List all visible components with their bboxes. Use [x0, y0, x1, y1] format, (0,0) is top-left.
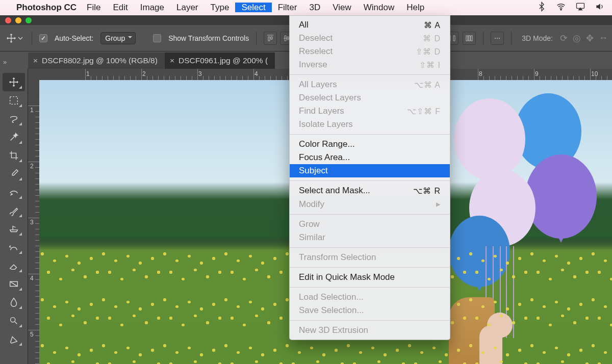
- document-tab-label: DSCF0961.jpg @ 200% (: [178, 56, 268, 65]
- menu-image[interactable]: Image: [134, 3, 170, 12]
- menu-item-label: Find Layers: [299, 106, 344, 116]
- menu-item-label: Focus Area...: [299, 152, 350, 163]
- magic-wand-tool[interactable]: [3, 128, 25, 146]
- document-tab[interactable]: ×DSCF8802.jpg @ 100% (RGB/8): [28, 53, 165, 69]
- 3d-orbit-icon[interactable]: ⟳: [560, 33, 568, 44]
- menu-item-label: Color Range...: [299, 139, 355, 149]
- volume-icon[interactable]: [595, 2, 605, 14]
- eyedropper-tool[interactable]: [3, 165, 25, 183]
- menu-item-modify: Modify: [290, 197, 450, 211]
- ruler-v-label: 1: [30, 107, 34, 114]
- traffic-lights: [5, 17, 32, 23]
- menu-item-shortcut: ⇧⌘ I: [419, 60, 441, 70]
- 3d-roll-icon[interactable]: ◎: [573, 33, 581, 44]
- menu-item-color-range[interactable]: Color Range...: [290, 138, 450, 151]
- menu-layer[interactable]: Layer: [170, 3, 205, 12]
- crop-tool[interactable]: [3, 146, 25, 165]
- auto-select-checkbox[interactable]: [39, 34, 47, 42]
- menu-item-find-layers: Find Layers⌥⇧⌘ F: [290, 105, 450, 118]
- menu-item-label: All Layers: [299, 80, 337, 90]
- ruler-vertical[interactable]: 12345: [28, 80, 39, 364]
- marquee-tool[interactable]: [3, 91, 25, 110]
- close-tab-icon[interactable]: ×: [33, 56, 38, 65]
- svg-rect-3: [453, 36, 455, 41]
- svg-point-12: [11, 318, 15, 322]
- airplay-icon[interactable]: [575, 2, 585, 14]
- menu-separator: [290, 287, 450, 288]
- menu-view[interactable]: View: [326, 3, 358, 12]
- blur-tool[interactable]: [3, 293, 25, 311]
- distribute-2-button[interactable]: [463, 32, 476, 45]
- menu-item-edit-in-quick-mask-mode[interactable]: Edit in Quick Mask Mode: [290, 271, 450, 284]
- ruler-v-label: 3: [30, 219, 34, 226]
- macos-menubar: Photoshop CC FileEditImageLayerTypeSelec…: [0, 0, 612, 15]
- lasso-tool[interactable]: [3, 110, 25, 128]
- menu-item-deselect-layers: Deselect Layers: [290, 91, 450, 105]
- menu-item-select-and-mask[interactable]: Select and Mask...⌥⌘ R: [290, 184, 450, 197]
- ruler-v-label: 4: [30, 275, 34, 282]
- menu-item-inverse: Inverse⇧⌘ I: [290, 58, 450, 71]
- menu-help[interactable]: Help: [400, 3, 430, 12]
- move-tool[interactable]: [3, 73, 25, 91]
- gradient-tool[interactable]: [3, 275, 25, 293]
- menu-item-label: Transform Selection: [299, 252, 376, 263]
- pen-tool[interactable]: [3, 330, 25, 348]
- menu-item-label: Edit in Quick Mask Mode: [299, 272, 395, 282]
- ruler-h-label: 1: [86, 70, 90, 77]
- dodge-tool[interactable]: [3, 311, 25, 330]
- menu-item-shortcut: ⇧⌘ D: [416, 47, 441, 57]
- brush-tool[interactable]: [3, 201, 25, 220]
- history-brush-tool[interactable]: [3, 238, 25, 256]
- ruler-h-label: 10: [591, 70, 598, 77]
- ruler-h-label: 2: [142, 70, 146, 77]
- eraser-tool[interactable]: [3, 256, 25, 275]
- auto-select-dropdown[interactable]: Group: [100, 32, 136, 44]
- more-align-button[interactable]: [491, 32, 504, 45]
- window-zoom-button[interactable]: [26, 17, 32, 23]
- svg-rect-5: [469, 36, 470, 41]
- 3d-slide-icon[interactable]: ↔: [599, 33, 608, 44]
- align-top-button[interactable]: [264, 32, 277, 45]
- menu-select[interactable]: Select: [235, 3, 271, 12]
- menu-item-shortcut: ⌘ D: [423, 34, 441, 43]
- svg-point-8: [497, 38, 498, 39]
- menu-separator: [290, 247, 450, 248]
- menu-3d[interactable]: 3D: [303, 3, 326, 12]
- menu-file[interactable]: File: [81, 3, 107, 12]
- clone-stamp-tool[interactable]: [3, 220, 25, 238]
- ruler-v-label: 2: [30, 163, 34, 170]
- window-close-button[interactable]: [5, 17, 11, 23]
- window-minimize-button[interactable]: [15, 17, 21, 23]
- menu-item-label: Reselect: [299, 46, 333, 57]
- menu-item-label: Grow: [299, 219, 320, 229]
- menu-item-all[interactable]: All⌘ A: [290, 18, 450, 32]
- menu-separator: [290, 180, 450, 181]
- menu-item-label: Modify: [299, 199, 324, 210]
- menu-item-subject[interactable]: Subject: [290, 164, 450, 177]
- close-tab-icon[interactable]: ×: [170, 56, 174, 65]
- tool-preset-picker[interactable]: [4, 33, 24, 44]
- 3d-pan-icon[interactable]: ✥: [586, 33, 594, 44]
- canvas-balloons: [439, 93, 602, 287]
- menu-item-label: Deselect Layers: [299, 93, 361, 103]
- macos-status-icons: [537, 2, 605, 14]
- menu-item-save-selection: Save Selection...: [290, 304, 450, 317]
- collapse-options-icon[interactable]: »: [3, 58, 6, 66]
- ruler-v-label: 5: [30, 331, 34, 338]
- ruler-origin[interactable]: [28, 69, 39, 80]
- bluetooth-icon[interactable]: [537, 2, 547, 14]
- menu-filter[interactable]: Filter: [272, 3, 303, 12]
- healing-brush-tool[interactable]: [3, 183, 25, 201]
- wifi-icon[interactable]: [556, 2, 566, 14]
- menu-item-label: Save Selection...: [299, 305, 364, 316]
- menu-separator: [290, 134, 450, 135]
- menu-item-focus-area[interactable]: Focus Area...: [290, 151, 450, 164]
- menu-edit[interactable]: Edit: [107, 3, 134, 12]
- svg-point-0: [560, 9, 562, 10]
- menu-type[interactable]: Type: [205, 3, 236, 12]
- document-tab[interactable]: ×DSCF0961.jpg @ 200% (: [165, 53, 275, 69]
- menu-item-shortcut: ⌥⇧⌘ F: [407, 107, 441, 116]
- show-transform-checkbox[interactable]: [153, 34, 161, 42]
- show-transform-label: Show Transform Controls: [168, 34, 249, 42]
- menu-window[interactable]: Window: [358, 3, 400, 12]
